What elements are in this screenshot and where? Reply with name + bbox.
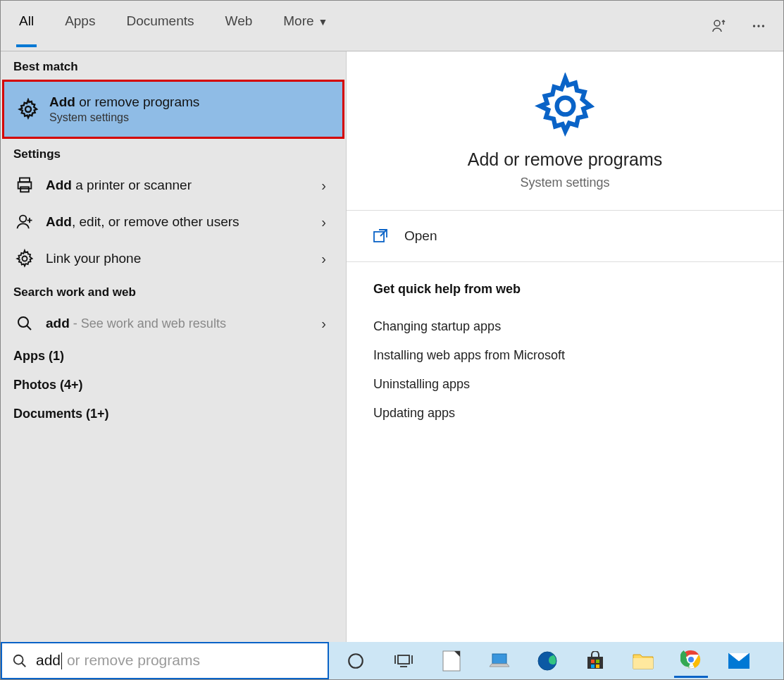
person-add-icon — [13, 211, 36, 233]
chevron-right-icon: › — [321, 178, 333, 194]
search-icon — [13, 312, 36, 335]
settings-result-users[interactable]: Add, edit, or remove other users › — [1, 204, 346, 240]
svg-point-28 — [687, 656, 695, 663]
open-label: Open — [404, 228, 437, 244]
settings-result-printer[interactable]: Add a printer or scanner › — [1, 167, 346, 204]
help-link[interactable]: Installing web apps from Microsoft — [373, 341, 757, 370]
laptop-icon[interactable] — [483, 644, 516, 678]
search-icon — [12, 653, 27, 669]
help-link[interactable]: Uninstalling apps — [373, 370, 757, 399]
preview-subtitle: System settings — [520, 175, 609, 190]
store-icon[interactable] — [578, 644, 612, 678]
printer-icon — [13, 174, 36, 197]
cortana-icon[interactable] — [339, 644, 373, 678]
mail-icon[interactable] — [722, 644, 756, 678]
chrome-icon[interactable] — [674, 644, 708, 678]
result-label: Add a printer or scanner — [46, 178, 321, 193]
svg-point-9 — [23, 256, 27, 261]
options-icon[interactable] — [749, 17, 768, 35]
search-input[interactable]: add or remove programs — [1, 642, 329, 679]
help-link[interactable]: Changing startup apps — [373, 312, 757, 341]
chevron-right-icon: › — [321, 251, 333, 267]
svg-point-13 — [14, 655, 23, 664]
tab-more[interactable]: More▼ — [280, 9, 330, 43]
svg-point-10 — [18, 317, 28, 327]
rewards-icon[interactable] — [710, 17, 728, 35]
svg-rect-7 — [20, 187, 29, 192]
svg-point-1 — [753, 25, 755, 27]
tab-all[interactable]: All — [16, 9, 37, 43]
file-explorer-icon[interactable] — [626, 644, 660, 678]
task-view-icon[interactable] — [387, 644, 421, 678]
result-title: Add or remove programs — [49, 94, 330, 110]
quick-help-heading: Get quick help from web — [373, 282, 757, 297]
result-subtitle: System settings — [49, 111, 330, 124]
svg-rect-17 — [492, 654, 506, 664]
help-link[interactable]: Updating apps — [373, 399, 757, 428]
chevron-right-icon: › — [321, 316, 333, 332]
svg-point-11 — [556, 98, 573, 115]
open-action[interactable]: Open — [347, 211, 783, 262]
result-label: add - See work and web results — [46, 316, 321, 331]
svg-rect-24 — [596, 664, 599, 668]
svg-rect-22 — [596, 660, 599, 663]
svg-rect-25 — [633, 658, 653, 669]
result-label: Link your phone — [46, 251, 321, 266]
web-search-result[interactable]: add - See work and web results › — [1, 305, 346, 342]
svg-point-14 — [349, 654, 363, 668]
svg-point-2 — [757, 25, 759, 27]
category-photos[interactable]: Photos (4+) — [1, 371, 346, 400]
settings-result-phone[interactable]: Link your phone › — [1, 240, 346, 277]
gear-icon — [532, 73, 599, 140]
section-best-match: Best match — [1, 51, 346, 80]
svg-rect-15 — [398, 655, 409, 664]
taskbar-row: add or remove programs — [1, 642, 783, 679]
preview-title: Add or remove programs — [468, 149, 663, 170]
section-settings: Settings — [1, 139, 346, 167]
chevron-down-icon: ▼ — [318, 16, 328, 27]
svg-rect-23 — [591, 664, 595, 668]
svg-rect-20 — [587, 657, 603, 669]
result-label: Add, edit, or remove other users — [46, 214, 321, 230]
search-text: add or remove programs — [36, 652, 200, 669]
tab-documents[interactable]: Documents — [123, 9, 197, 43]
svg-rect-21 — [591, 660, 595, 663]
tab-web[interactable]: Web — [223, 9, 256, 43]
edge-icon[interactable] — [530, 644, 564, 678]
category-documents[interactable]: Documents (1+) — [1, 400, 346, 428]
search-filter-tabs: All Apps Documents Web More▼ — [1, 1, 783, 51]
svg-point-4 — [25, 106, 31, 112]
svg-point-8 — [20, 216, 26, 222]
category-apps[interactable]: Apps (1) — [1, 342, 346, 371]
taskbar — [329, 642, 783, 679]
svg-point-3 — [762, 25, 764, 27]
open-icon — [372, 228, 389, 245]
chevron-right-icon: › — [321, 214, 333, 230]
best-match-result[interactable]: Add or remove programs System settings — [2, 80, 344, 139]
svg-point-0 — [714, 20, 720, 26]
gear-icon — [13, 247, 36, 270]
preview-panel: Add or remove programs System settings O… — [346, 51, 783, 642]
gear-icon — [17, 98, 39, 120]
tab-apps[interactable]: Apps — [62, 9, 98, 43]
results-panel: Best match Add or remove programs System… — [1, 51, 346, 642]
libreoffice-icon[interactable] — [435, 644, 468, 678]
section-search-web: Search work and web — [1, 277, 346, 305]
